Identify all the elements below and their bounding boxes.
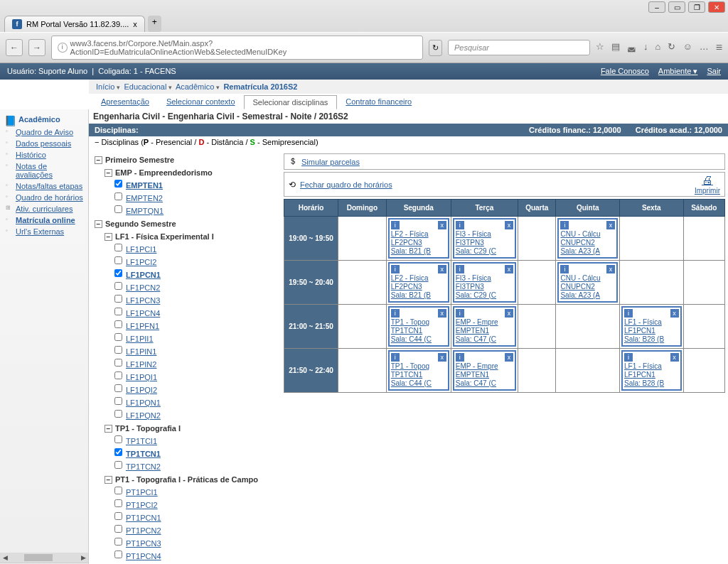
tab-selecionar-contexto[interactable]: Selecionar contexto: [158, 95, 244, 109]
tree-emp[interactable]: −EMP - Empreendedorismo: [105, 166, 278, 179]
info-icon[interactable]: i: [560, 221, 569, 229]
disc-lf1pcn4[interactable]: LF1PCN4: [114, 307, 278, 320]
disc-lf1pin2[interactable]: LF1PIN2: [114, 358, 278, 371]
imprimir-link[interactable]: 🖨 Imprimir: [695, 174, 720, 195]
disc-lf1pcn2[interactable]: LF1PCN2: [114, 281, 278, 294]
bookmark-icon[interactable]: ☆: [596, 41, 604, 54]
disc-pt1pci1[interactable]: PT1PCI1: [114, 486, 278, 499]
info-icon[interactable]: i: [456, 221, 464, 229]
search-input[interactable]: Pesquisar: [448, 40, 590, 55]
new-tab-button[interactable]: +: [148, 16, 161, 32]
remove-icon[interactable]: x: [670, 353, 679, 362]
sair-link[interactable]: Sair: [707, 67, 721, 75]
disc-tp1tci1[interactable]: TP1TCI1: [114, 435, 278, 448]
tree-sem1[interactable]: −Primeiro Semestre: [95, 153, 278, 166]
window-close-button[interactable]: ✕: [708, 1, 725, 13]
disc-lf1pii1[interactable]: LF1PII1: [114, 332, 278, 345]
disc-lf1pci2[interactable]: LF1PCI2: [114, 256, 278, 269]
account-icon[interactable]: ☺: [682, 41, 692, 54]
bc-educacional[interactable]: Educacional ▾: [124, 82, 172, 91]
cell-ter-4[interactable]: ixEMP - EmpreEMPTEN1Sala: C47 (C: [453, 350, 516, 391]
remove-icon[interactable]: x: [505, 353, 513, 362]
sidebar-item-quadro-aviso[interactable]: ◦Quadro de Aviso: [3, 126, 85, 138]
cell-sex-4[interactable]: ixLF1 - FísicaLF1PCN1Sala: B28 (B: [621, 350, 682, 391]
cell-seg-4[interactable]: ixTP1 - TopogTP1TCN1Sala: C44 (C: [388, 350, 449, 391]
tree-lf1[interactable]: −LF1 - Física Experimental I: [105, 230, 278, 243]
simular-parcelas-link[interactable]: Simular parcelas: [301, 158, 360, 166]
disc-pt1pcn1[interactable]: PT1PCN1: [114, 511, 278, 524]
disc-emptqn1[interactable]: EMPTQN1: [114, 205, 278, 217]
home-icon[interactable]: ⌂: [655, 41, 661, 54]
cell-sex-3[interactable]: ixLF1 - FísicaLF1PCN1Sala: B28 (B: [621, 306, 682, 347]
browser-tab[interactable]: f RM Portal Versão 11.82.39.... x: [4, 16, 145, 32]
sidebar-item-notas-faltas[interactable]: ◦Notas/faltas etapas: [3, 180, 85, 192]
bc-academico[interactable]: Acadêmico ▾: [176, 82, 220, 91]
tab-apresentacao[interactable]: Apresentação: [92, 95, 158, 109]
remove-icon[interactable]: x: [606, 221, 615, 229]
disc-empten1[interactable]: EMPTEN1: [114, 179, 278, 192]
cell-qui-2[interactable]: ixCNU - CálcuCNUPCN2Sala: A23 (A: [557, 262, 618, 303]
tab-selecionar-disciplinas[interactable]: Selecionar disciplinas: [244, 95, 338, 109]
ambiente-link[interactable]: Ambiente ▾: [658, 67, 698, 75]
remove-icon[interactable]: x: [438, 309, 446, 318]
tree-sem2[interactable]: −Segundo Semestre: [95, 217, 278, 230]
sidebar-scrollbar[interactable]: ◀▶: [0, 553, 88, 563]
disc-lf1pcn3[interactable]: LF1PCN3: [114, 294, 278, 307]
cell-ter-3[interactable]: ixEMP - EmpreEMPTEN1Sala: C47 (C: [453, 306, 516, 347]
disc-tp1tcn2[interactable]: TP1TCN2: [114, 460, 278, 473]
info-icon[interactable]: i: [391, 265, 400, 273]
info-icon[interactable]: i: [560, 265, 569, 273]
restore-button[interactable]: ❐: [688, 1, 705, 13]
remove-icon[interactable]: x: [505, 309, 513, 318]
remove-icon[interactable]: x: [505, 221, 513, 229]
info-icon[interactable]: i: [624, 353, 633, 362]
info-icon[interactable]: i: [456, 353, 464, 362]
remove-icon[interactable]: x: [606, 265, 615, 273]
disc-lf1pin1[interactable]: LF1PIN1: [114, 345, 278, 358]
tab-contrato-financeiro[interactable]: Contrato financeiro: [337, 95, 420, 109]
sidebar-item-urls-externas[interactable]: ◦Url's Externas: [3, 226, 85, 237]
disc-pt1pci2[interactable]: PT1PCI2: [114, 499, 278, 511]
shield-icon[interactable]: ◛: [627, 41, 636, 54]
forward-button[interactable]: →: [28, 39, 46, 56]
back-button[interactable]: ←: [6, 39, 23, 56]
remove-icon[interactable]: x: [670, 309, 679, 318]
collapse-icon[interactable]: −: [95, 138, 99, 146]
disc-lf1pqn1[interactable]: LF1PQN1: [114, 396, 278, 409]
tab-close-icon[interactable]: x: [133, 20, 137, 28]
sidebar-item-ativ-curriculares[interactable]: ⊞Ativ. curriculares: [3, 203, 85, 215]
disc-pt1pcn4[interactable]: PT1PCN4: [114, 550, 278, 563]
disc-tp1tcn1[interactable]: TP1TCN1: [114, 448, 278, 460]
cell-seg-1[interactable]: ixLF2 - FísicaLF2PCN3Sala: B21 (B: [388, 218, 449, 259]
remove-icon[interactable]: x: [438, 265, 446, 273]
bc-inicio[interactable]: Início ▾: [96, 82, 120, 91]
sync-icon[interactable]: ↻: [668, 41, 675, 54]
info-icon[interactable]: i: [391, 353, 400, 362]
reload-button[interactable]: ↻: [429, 40, 442, 56]
sidebar-item-dados-pessoais[interactable]: ◦Dados pessoais: [3, 138, 85, 149]
pocket-icon[interactable]: ▤: [611, 41, 620, 54]
remove-icon[interactable]: x: [505, 265, 513, 273]
url-bar[interactable]: i www3.facens.br/Corpore.Net/Main.aspx?A…: [51, 36, 423, 60]
info-icon[interactable]: i: [456, 265, 464, 273]
info-icon[interactable]: i: [391, 221, 400, 229]
fale-conosco-link[interactable]: Fale Conosco: [601, 67, 649, 75]
more-icon[interactable]: …: [700, 41, 709, 54]
cell-qui-1[interactable]: ixCNU - CálcuCNUPCN2Sala: A23 (A: [557, 218, 618, 259]
info-icon[interactable]: i: [391, 309, 400, 318]
cell-ter-2[interactable]: ixFI3 - FísicaFI3TPN3Sala: C29 (C: [453, 262, 516, 303]
tree-tp1[interactable]: −TP1 - Topografia I: [105, 422, 278, 435]
cell-seg-2[interactable]: ixLF2 - FísicaLF2PCN3Sala: B21 (B: [388, 262, 449, 303]
sidebar-item-quadro-horarios[interactable]: ◦Quadro de horários: [3, 192, 85, 203]
disc-lf1pqi2[interactable]: LF1PQI2: [114, 384, 278, 396]
tree-pt1[interactable]: −PT1 - Topografia I - Práticas de Campo: [105, 473, 278, 486]
info-icon[interactable]: i: [456, 309, 464, 318]
disc-pt1pcn3[interactable]: PT1PCN3: [114, 537, 278, 550]
cell-ter-1[interactable]: ixFI3 - FísicaFI3TPN3Sala: C29 (C: [453, 218, 516, 259]
fechar-quadro-link[interactable]: Fechar quadro de horários: [300, 180, 392, 189]
remove-icon[interactable]: x: [438, 353, 446, 362]
disc-lf1pqi1[interactable]: LF1PQI1: [114, 371, 278, 384]
disc-lf1pcn1[interactable]: LF1PCN1: [114, 269, 278, 281]
minimize-button[interactable]: –: [648, 1, 665, 13]
disc-lf1pqn2[interactable]: LF1PQN2: [114, 409, 278, 422]
